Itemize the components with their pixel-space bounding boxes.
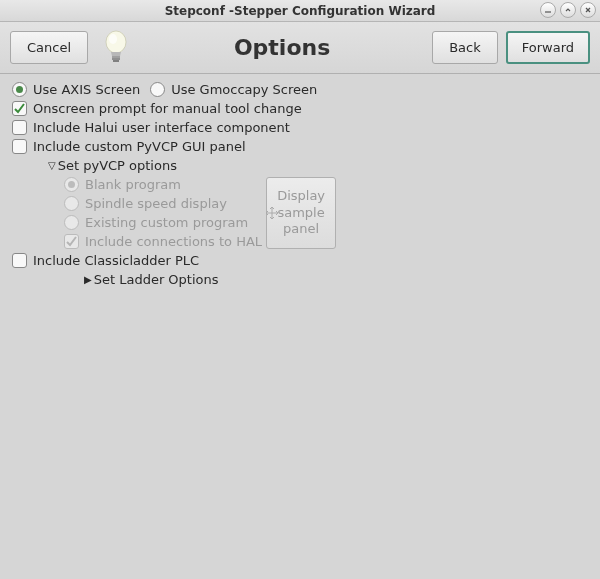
pyvcp-existing-row: Existing custom program (64, 213, 262, 232)
axis-radio[interactable] (12, 82, 27, 97)
close-icon (584, 6, 592, 14)
minimize-icon (544, 6, 552, 14)
onscreen-prompt-row: Onscreen prompt for manual tool change (12, 99, 588, 118)
move-icon (265, 206, 279, 220)
display-sample-panel-label: Display sample panel (271, 188, 331, 239)
svg-point-4 (109, 34, 117, 44)
header-row: Cancel Options Back Forward (0, 22, 600, 74)
forward-button[interactable]: Forward (506, 31, 590, 64)
gmoccapy-radio[interactable] (150, 82, 165, 97)
triangle-down-icon: ▽ (48, 160, 56, 171)
minimize-button[interactable] (540, 2, 556, 18)
pyvcp-expander-label: Set pyVCP options (58, 158, 177, 173)
halui-label: Include Halui user interface component (33, 120, 290, 135)
pyvcp-label: Include custom PyVCP GUI panel (33, 139, 246, 154)
lightbulb-icon (100, 28, 132, 68)
pyvcp-checkbox[interactable] (12, 139, 27, 154)
pyvcp-options-block: Blank program Spindle speed display Exis… (12, 175, 588, 251)
pyvcp-spindle-radio (64, 196, 79, 211)
ladder-expander-row: ▶ Set Ladder Options (12, 270, 588, 289)
window-title: Stepconf -Stepper Configuration Wizard (165, 4, 436, 18)
axis-radio-label: Use AXIS Screen (33, 82, 140, 97)
back-button[interactable]: Back (432, 31, 498, 64)
halui-row: Include Halui user interface component (12, 118, 588, 137)
pyvcp-blank-radio (64, 177, 79, 192)
display-sample-panel-button: Display sample panel (266, 177, 336, 249)
ladder-expander-label: Set Ladder Options (94, 272, 219, 287)
svg-rect-6 (112, 58, 120, 60)
maximize-icon (564, 6, 572, 14)
pyvcp-blank-label: Blank program (85, 177, 181, 192)
svg-rect-7 (113, 60, 119, 62)
pyvcp-hal-row: Include connections to HAL (64, 232, 262, 251)
gmoccapy-radio-label: Use Gmoccapy Screen (171, 82, 317, 97)
pyvcp-existing-label: Existing custom program (85, 215, 248, 230)
window: Stepconf -Stepper Configuration Wizard C… (0, 0, 600, 579)
titlebar: Stepconf -Stepper Configuration Wizard (0, 0, 600, 22)
svg-rect-5 (112, 56, 120, 58)
cancel-button[interactable]: Cancel (10, 31, 88, 64)
checkmark-icon (65, 235, 78, 248)
classicladder-checkbox[interactable] (12, 253, 27, 268)
pyvcp-spindle-label: Spindle speed display (85, 196, 227, 211)
pyvcp-blank-row: Blank program (64, 175, 262, 194)
titlebar-controls (540, 2, 596, 18)
pyvcp-expander[interactable]: ▽ Set pyVCP options (48, 158, 177, 173)
ladder-expander[interactable]: ▶ Set Ladder Options (84, 272, 219, 287)
maximize-button[interactable] (560, 2, 576, 18)
onscreen-prompt-label: Onscreen prompt for manual tool change (33, 101, 302, 116)
checkmark-icon (13, 102, 26, 115)
page-title: Options (140, 35, 424, 60)
pyvcp-expander-row: ▽ Set pyVCP options (12, 156, 588, 175)
pyvcp-row: Include custom PyVCP GUI panel (12, 137, 588, 156)
screen-choice-row: Use AXIS Screen Use Gmoccapy Screen (12, 80, 588, 99)
halui-checkbox[interactable] (12, 120, 27, 135)
pyvcp-hal-label: Include connections to HAL (85, 234, 262, 249)
triangle-right-icon: ▶ (84, 274, 92, 285)
pyvcp-existing-radio (64, 215, 79, 230)
classicladder-row: Include Classicladder PLC (12, 251, 588, 270)
pyvcp-hal-checkbox (64, 234, 79, 249)
pyvcp-spindle-row: Spindle speed display (64, 194, 262, 213)
onscreen-prompt-checkbox[interactable] (12, 101, 27, 116)
close-button[interactable] (580, 2, 596, 18)
content-area: Use AXIS Screen Use Gmoccapy Screen Onsc… (0, 74, 600, 579)
classicladder-label: Include Classicladder PLC (33, 253, 199, 268)
